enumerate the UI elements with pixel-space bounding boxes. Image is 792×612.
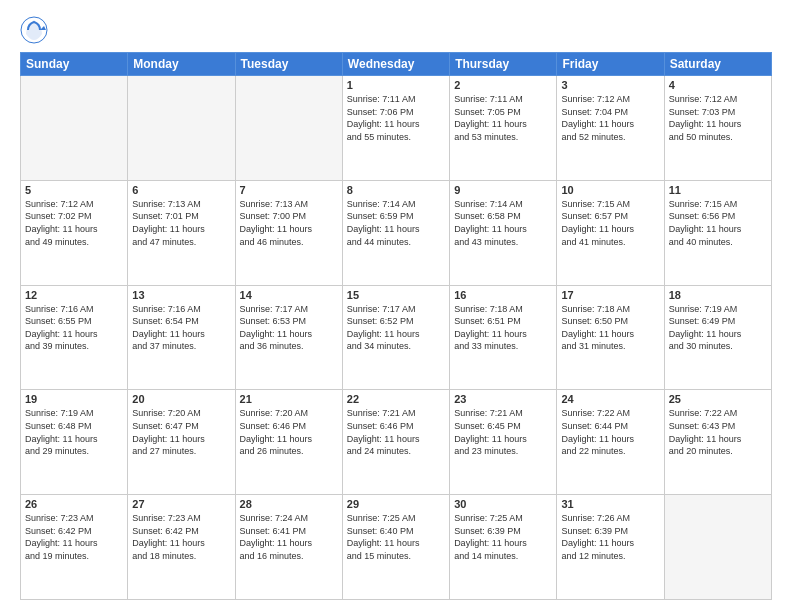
calendar-day: 6Sunrise: 7:13 AM Sunset: 7:01 PM Daylig… — [128, 180, 235, 285]
day-info: Sunrise: 7:26 AM Sunset: 6:39 PM Dayligh… — [561, 512, 659, 562]
calendar-day: 12Sunrise: 7:16 AM Sunset: 6:55 PM Dayli… — [21, 285, 128, 390]
day-number: 4 — [669, 79, 767, 91]
day-info: Sunrise: 7:13 AM Sunset: 7:00 PM Dayligh… — [240, 198, 338, 248]
calendar-day: 25Sunrise: 7:22 AM Sunset: 6:43 PM Dayli… — [664, 390, 771, 495]
calendar-day: 24Sunrise: 7:22 AM Sunset: 6:44 PM Dayli… — [557, 390, 664, 495]
day-info: Sunrise: 7:11 AM Sunset: 7:06 PM Dayligh… — [347, 93, 445, 143]
calendar-day: 14Sunrise: 7:17 AM Sunset: 6:53 PM Dayli… — [235, 285, 342, 390]
day-info: Sunrise: 7:24 AM Sunset: 6:41 PM Dayligh… — [240, 512, 338, 562]
day-number: 14 — [240, 289, 338, 301]
calendar-day: 16Sunrise: 7:18 AM Sunset: 6:51 PM Dayli… — [450, 285, 557, 390]
logo — [20, 16, 52, 44]
day-number: 25 — [669, 393, 767, 405]
day-number: 30 — [454, 498, 552, 510]
calendar-day: 8Sunrise: 7:14 AM Sunset: 6:59 PM Daylig… — [342, 180, 449, 285]
day-number: 1 — [347, 79, 445, 91]
calendar-day: 28Sunrise: 7:24 AM Sunset: 6:41 PM Dayli… — [235, 495, 342, 600]
calendar-day: 21Sunrise: 7:20 AM Sunset: 6:46 PM Dayli… — [235, 390, 342, 495]
day-number: 8 — [347, 184, 445, 196]
weekday-header-tuesday: Tuesday — [235, 53, 342, 76]
calendar-day: 17Sunrise: 7:18 AM Sunset: 6:50 PM Dayli… — [557, 285, 664, 390]
day-number: 31 — [561, 498, 659, 510]
day-number: 29 — [347, 498, 445, 510]
calendar-day: 30Sunrise: 7:25 AM Sunset: 6:39 PM Dayli… — [450, 495, 557, 600]
calendar-day: 31Sunrise: 7:26 AM Sunset: 6:39 PM Dayli… — [557, 495, 664, 600]
day-number: 5 — [25, 184, 123, 196]
day-info: Sunrise: 7:16 AM Sunset: 6:54 PM Dayligh… — [132, 303, 230, 353]
calendar-day: 11Sunrise: 7:15 AM Sunset: 6:56 PM Dayli… — [664, 180, 771, 285]
calendar-week-3: 12Sunrise: 7:16 AM Sunset: 6:55 PM Dayli… — [21, 285, 772, 390]
day-info: Sunrise: 7:17 AM Sunset: 6:52 PM Dayligh… — [347, 303, 445, 353]
day-number: 9 — [454, 184, 552, 196]
day-number: 21 — [240, 393, 338, 405]
calendar-day: 20Sunrise: 7:20 AM Sunset: 6:47 PM Dayli… — [128, 390, 235, 495]
day-info: Sunrise: 7:16 AM Sunset: 6:55 PM Dayligh… — [25, 303, 123, 353]
day-info: Sunrise: 7:20 AM Sunset: 6:46 PM Dayligh… — [240, 407, 338, 457]
day-number: 19 — [25, 393, 123, 405]
day-number: 3 — [561, 79, 659, 91]
day-number: 28 — [240, 498, 338, 510]
day-info: Sunrise: 7:14 AM Sunset: 6:58 PM Dayligh… — [454, 198, 552, 248]
day-info: Sunrise: 7:25 AM Sunset: 6:39 PM Dayligh… — [454, 512, 552, 562]
weekday-header-wednesday: Wednesday — [342, 53, 449, 76]
calendar-day: 10Sunrise: 7:15 AM Sunset: 6:57 PM Dayli… — [557, 180, 664, 285]
day-number: 13 — [132, 289, 230, 301]
weekday-header-saturday: Saturday — [664, 53, 771, 76]
weekday-header-thursday: Thursday — [450, 53, 557, 76]
calendar-day: 27Sunrise: 7:23 AM Sunset: 6:42 PM Dayli… — [128, 495, 235, 600]
day-info: Sunrise: 7:21 AM Sunset: 6:45 PM Dayligh… — [454, 407, 552, 457]
calendar-day: 7Sunrise: 7:13 AM Sunset: 7:00 PM Daylig… — [235, 180, 342, 285]
calendar-day — [664, 495, 771, 600]
calendar-day — [128, 76, 235, 181]
weekday-header-sunday: Sunday — [21, 53, 128, 76]
page: SundayMondayTuesdayWednesdayThursdayFrid… — [0, 0, 792, 612]
day-info: Sunrise: 7:12 AM Sunset: 7:03 PM Dayligh… — [669, 93, 767, 143]
day-info: Sunrise: 7:17 AM Sunset: 6:53 PM Dayligh… — [240, 303, 338, 353]
day-number: 17 — [561, 289, 659, 301]
day-info: Sunrise: 7:15 AM Sunset: 6:57 PM Dayligh… — [561, 198, 659, 248]
day-number: 26 — [25, 498, 123, 510]
day-info: Sunrise: 7:22 AM Sunset: 6:43 PM Dayligh… — [669, 407, 767, 457]
calendar-week-2: 5Sunrise: 7:12 AM Sunset: 7:02 PM Daylig… — [21, 180, 772, 285]
calendar-week-5: 26Sunrise: 7:23 AM Sunset: 6:42 PM Dayli… — [21, 495, 772, 600]
day-number: 16 — [454, 289, 552, 301]
day-number: 23 — [454, 393, 552, 405]
day-number: 6 — [132, 184, 230, 196]
calendar-day: 18Sunrise: 7:19 AM Sunset: 6:49 PM Dayli… — [664, 285, 771, 390]
day-info: Sunrise: 7:23 AM Sunset: 6:42 PM Dayligh… — [25, 512, 123, 562]
logo-icon — [20, 16, 48, 44]
calendar-day: 13Sunrise: 7:16 AM Sunset: 6:54 PM Dayli… — [128, 285, 235, 390]
calendar-day: 1Sunrise: 7:11 AM Sunset: 7:06 PM Daylig… — [342, 76, 449, 181]
day-number: 10 — [561, 184, 659, 196]
calendar-day: 5Sunrise: 7:12 AM Sunset: 7:02 PM Daylig… — [21, 180, 128, 285]
calendar-day — [235, 76, 342, 181]
calendar-day: 9Sunrise: 7:14 AM Sunset: 6:58 PM Daylig… — [450, 180, 557, 285]
day-number: 18 — [669, 289, 767, 301]
calendar-day — [21, 76, 128, 181]
calendar-day: 29Sunrise: 7:25 AM Sunset: 6:40 PM Dayli… — [342, 495, 449, 600]
day-info: Sunrise: 7:11 AM Sunset: 7:05 PM Dayligh… — [454, 93, 552, 143]
day-number: 12 — [25, 289, 123, 301]
day-info: Sunrise: 7:21 AM Sunset: 6:46 PM Dayligh… — [347, 407, 445, 457]
day-info: Sunrise: 7:13 AM Sunset: 7:01 PM Dayligh… — [132, 198, 230, 248]
day-info: Sunrise: 7:23 AM Sunset: 6:42 PM Dayligh… — [132, 512, 230, 562]
calendar-day: 2Sunrise: 7:11 AM Sunset: 7:05 PM Daylig… — [450, 76, 557, 181]
calendar-week-1: 1Sunrise: 7:11 AM Sunset: 7:06 PM Daylig… — [21, 76, 772, 181]
day-info: Sunrise: 7:12 AM Sunset: 7:04 PM Dayligh… — [561, 93, 659, 143]
calendar-week-4: 19Sunrise: 7:19 AM Sunset: 6:48 PM Dayli… — [21, 390, 772, 495]
weekday-header-friday: Friday — [557, 53, 664, 76]
calendar-day: 19Sunrise: 7:19 AM Sunset: 6:48 PM Dayli… — [21, 390, 128, 495]
day-number: 24 — [561, 393, 659, 405]
calendar-day: 4Sunrise: 7:12 AM Sunset: 7:03 PM Daylig… — [664, 76, 771, 181]
weekday-header-row: SundayMondayTuesdayWednesdayThursdayFrid… — [21, 53, 772, 76]
calendar-day: 15Sunrise: 7:17 AM Sunset: 6:52 PM Dayli… — [342, 285, 449, 390]
day-info: Sunrise: 7:12 AM Sunset: 7:02 PM Dayligh… — [25, 198, 123, 248]
day-number: 7 — [240, 184, 338, 196]
day-info: Sunrise: 7:19 AM Sunset: 6:49 PM Dayligh… — [669, 303, 767, 353]
calendar-day: 3Sunrise: 7:12 AM Sunset: 7:04 PM Daylig… — [557, 76, 664, 181]
day-info: Sunrise: 7:15 AM Sunset: 6:56 PM Dayligh… — [669, 198, 767, 248]
day-number: 2 — [454, 79, 552, 91]
day-info: Sunrise: 7:22 AM Sunset: 6:44 PM Dayligh… — [561, 407, 659, 457]
day-number: 27 — [132, 498, 230, 510]
day-number: 15 — [347, 289, 445, 301]
